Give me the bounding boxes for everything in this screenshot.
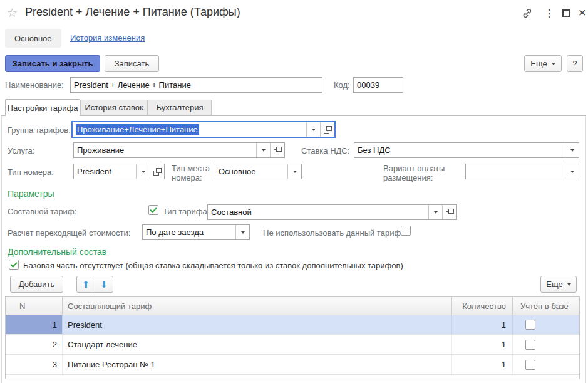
- base-absent-checkbox[interactable]: [9, 260, 19, 270]
- base-absent-label: Базовая часть отсутствует (общая ставка …: [23, 261, 403, 270]
- composite-tariff-checkbox[interactable]: [148, 205, 158, 215]
- table-row[interactable]: 1 President 1: [6, 315, 579, 335]
- service-value: Проживание: [74, 143, 256, 157]
- vat-field[interactable]: Без НДС: [354, 142, 579, 158]
- move-up-button[interactable]: ⬆: [76, 276, 95, 293]
- row-tariff: President: [63, 315, 452, 334]
- room-type-label: Тип номера:: [8, 167, 54, 177]
- room-type-value: President: [74, 164, 136, 179]
- payment-variant-value: [466, 164, 565, 179]
- add-row-button[interactable]: Добавить: [10, 276, 63, 293]
- col-header-tariff[interactable]: Составляющий тариф: [63, 297, 452, 315]
- bed-type-field[interactable]: Основное: [215, 164, 302, 179]
- vat-label: Ставка НДС:: [301, 146, 349, 155]
- tariff-group-value: Проживание+Лечение+Питание: [76, 124, 199, 135]
- dont-use-tariff-label: Не использользовать данный тариф:: [263, 228, 403, 238]
- tariff-type-open-icon[interactable]: [442, 205, 456, 219]
- more-vertical-icon[interactable]: ⋮: [544, 7, 554, 19]
- code-label: Код:: [334, 80, 350, 90]
- row-number: 1: [6, 315, 63, 334]
- more-button-top[interactable]: Еще: [524, 55, 562, 72]
- more-button-table[interactable]: Еще: [540, 276, 577, 293]
- tariff-group-open-icon[interactable]: [320, 122, 334, 137]
- service-open-icon[interactable]: [270, 143, 284, 157]
- change-history-link[interactable]: История изменения: [70, 33, 145, 43]
- service-label: Услуга:: [8, 146, 34, 155]
- chevron-down-icon: [552, 63, 555, 65]
- tariff-type-field[interactable]: Составной: [207, 204, 457, 220]
- transition-calc-value: По дате заезда: [143, 225, 235, 239]
- favorite-star-icon[interactable]: ☆: [7, 6, 18, 20]
- down-arrow-icon: ⬇: [100, 279, 108, 290]
- col-header-qty[interactable]: Количество: [452, 297, 513, 315]
- close-icon[interactable]: ×: [577, 5, 588, 20]
- composite-tariff-label: Составной тариф:: [8, 207, 76, 216]
- composition-table: N Составляющий тариф Количество Учтен в …: [5, 296, 580, 379]
- row-qty: 1: [452, 315, 513, 334]
- transition-calc-field[interactable]: По дате заезда: [142, 224, 250, 240]
- payment-variant-field[interactable]: [465, 164, 579, 179]
- dont-use-tariff-checkbox[interactable]: [401, 226, 411, 236]
- tariff-group-dropdown-icon[interactable]: [306, 122, 320, 137]
- in-base-checkbox[interactable]: [525, 360, 535, 370]
- params-section-heading: Параметры: [8, 189, 54, 199]
- tariff-card-window: ☆ President + Лечение + Питание (Тарифы)…: [0, 0, 588, 383]
- tariff-type-label: Тип тарифа:: [163, 207, 209, 216]
- more-table-label: Еще: [546, 280, 562, 289]
- help-button[interactable]: ?: [567, 55, 583, 72]
- save-and-close-button[interactable]: Записать и закрыть: [5, 55, 100, 72]
- room-type-dropdown-icon[interactable]: [136, 164, 150, 179]
- name-label: Наименование:: [5, 80, 64, 90]
- get-link-icon[interactable]: [521, 7, 534, 19]
- payment-variant-label: Вариант оплаты размещения:: [383, 164, 457, 182]
- dropdown-arrow: [312, 129, 316, 131]
- bed-type-value: Основное: [215, 164, 287, 179]
- table-header-row: N Составляющий тариф Количество Учтен в …: [6, 297, 579, 315]
- service-dropdown-icon[interactable]: [256, 143, 270, 157]
- vat-dropdown-icon[interactable]: [565, 143, 579, 157]
- transition-calc-label: Расчет переходящей стоимости:: [8, 228, 130, 238]
- tariff-type-value: Составной: [208, 205, 428, 219]
- col-header-n[interactable]: N: [6, 297, 63, 315]
- tab-tariff-settings[interactable]: Настройки тарифа: [5, 99, 80, 116]
- nav-tab-main[interactable]: Основное: [5, 29, 61, 48]
- vat-value: Без НДС: [354, 143, 565, 157]
- room-type-field[interactable]: President: [73, 164, 165, 179]
- tab-rates-history[interactable]: История ставок: [80, 100, 148, 115]
- move-down-button[interactable]: ⬇: [95, 276, 113, 293]
- room-type-open-icon[interactable]: [150, 164, 164, 179]
- in-base-checkbox[interactable]: [525, 320, 535, 330]
- service-field[interactable]: Проживание: [73, 142, 285, 158]
- additional-composition-heading: Дополнительный состав: [8, 247, 106, 257]
- col-header-in-base[interactable]: Учтен в базе: [513, 297, 578, 315]
- name-input[interactable]: President + Лечение + Питание: [70, 77, 322, 93]
- row-tariff: Стандарт лечение: [63, 335, 452, 354]
- row-number: 3: [6, 355, 63, 374]
- maximize-icon[interactable]: [561, 8, 571, 19]
- in-base-checkbox[interactable]: [525, 340, 535, 350]
- more-button-label: Еще: [530, 59, 547, 68]
- row-qty: 1: [452, 335, 513, 354]
- row-qty: 1: [452, 355, 513, 374]
- row-tariff: Питание Ресторан № 1: [63, 355, 452, 374]
- transition-calc-dropdown-icon[interactable]: [235, 225, 249, 239]
- table-row[interactable]: 3 Питание Ресторан № 1 1: [6, 355, 579, 375]
- chevron-down-icon: [567, 283, 571, 286]
- save-button[interactable]: Записать: [105, 55, 159, 72]
- tariff-group-label: Группа тарифов:: [8, 125, 71, 135]
- payment-variant-dropdown-icon[interactable]: [565, 164, 579, 179]
- code-input[interactable]: 00039: [353, 77, 403, 93]
- tab-accounting[interactable]: Бухгалтерия: [148, 100, 212, 115]
- tariff-group-field[interactable]: Проживание+Лечение+Питание: [71, 121, 336, 138]
- bed-type-dropdown-icon[interactable]: [287, 164, 301, 179]
- row-number: 2: [6, 335, 63, 354]
- window-title: President + Лечение + Питание (Тарифы): [25, 6, 240, 19]
- code-value: 00039: [354, 78, 403, 92]
- tariff-type-dropdown-icon[interactable]: [428, 205, 442, 219]
- up-arrow-icon: ⬆: [82, 279, 90, 290]
- table-row[interactable]: 2 Стандарт лечение 1: [6, 335, 579, 355]
- maximize-square: [562, 9, 570, 17]
- name-value: President + Лечение + Питание: [71, 78, 322, 92]
